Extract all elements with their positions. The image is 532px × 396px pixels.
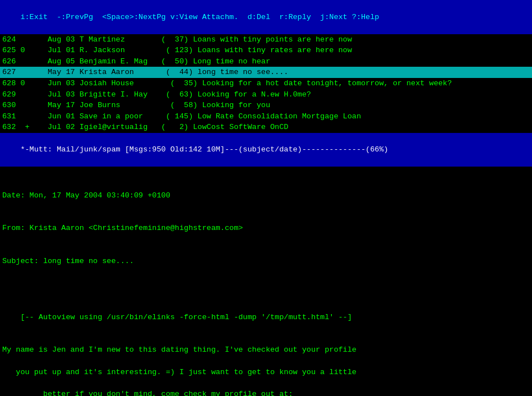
email-headers: Date: Mon, 17 May 2004 03:40:09 +0100 Fr… <box>0 167 532 289</box>
email-from-header: From: Krista Aaron <Christinefeminine@hi… <box>2 223 530 234</box>
top-bar-text: i:Exit -:PrevPg <Space>:NextPg v:View At… <box>20 13 379 21</box>
email-row-624[interactable]: 624 Aug 03 T Martinez ( 37) Loans with t… <box>0 34 532 45</box>
email-row-630[interactable]: 630 May 17 Joe Burns ( 58) Looking for y… <box>0 100 532 111</box>
email-row-627[interactable]: 627 May 17 Krista Aaron ( 44) long time … <box>0 67 532 78</box>
email-subject-header: Subject: long time no see.... <box>2 256 530 267</box>
email-list: 624 Aug 03 T Martinez ( 37) Loans with t… <box>0 34 532 133</box>
terminal: i:Exit -:PrevPg <Space>:NextPg v:View At… <box>0 0 532 396</box>
email-row-631[interactable]: 631 Jun 01 Save in a poor ( 145) Low Rat… <box>0 111 532 122</box>
email-date-header: Date: Mon, 17 May 2004 03:40:09 +0100 <box>2 190 530 201</box>
email-row-628[interactable]: 628 0 Jun 03 Josiah House ( 35) Looking … <box>0 78 532 89</box>
email-row-625[interactable]: 625 0 Jul 01 R. Jackson ( 123) Loans wit… <box>0 45 532 56</box>
body-line3: better if you don't mind, come check my … <box>2 390 293 396</box>
email-body: My name is Jen and I'm new to this datin… <box>0 334 532 396</box>
body-line1: My name is Jen and I'm new to this datin… <box>2 346 357 354</box>
email-row-629[interactable]: 629 Jul 03 Brigitte I. Hay ( 63) Looking… <box>0 89 532 100</box>
mutt-status-bar: *-Mutt: Mail/junk/spam [Msgs:950 Old:142… <box>0 133 532 167</box>
status-bar-text: *-Mutt: Mail/junk/spam [Msgs:950 Old:142… <box>20 145 388 154</box>
email-row-626[interactable]: 626 Aug 05 Benjamin E. Mag ( 50) Long ti… <box>0 56 532 67</box>
top-bar: i:Exit -:PrevPg <Space>:NextPg v:View At… <box>0 0 532 34</box>
body-line2: you put up and it's interesting. =) I ju… <box>2 368 357 376</box>
autoview-line: [-- Autoview using /usr/bin/elinks -forc… <box>0 301 532 334</box>
email-row-632[interactable]: 632 + Jul 02 Igiel@virtualig ( 2) LowCos… <box>0 122 532 133</box>
blank-line-1 <box>0 290 532 301</box>
